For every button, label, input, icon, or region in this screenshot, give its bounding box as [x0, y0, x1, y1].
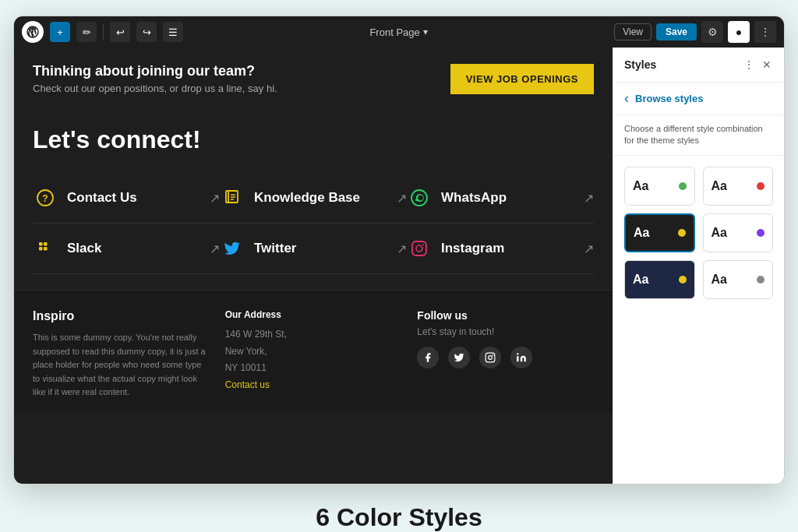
twitter-social-icon[interactable] [448, 347, 470, 368]
back-button[interactable]: ‹ [624, 90, 629, 107]
outer-wrapper: + ✏ ↩ ↪ ☰ Front Page ▾ View Save ⚙ ● ⋮ [13, 16, 785, 532]
svg-rect-10 [39, 247, 43, 251]
page-title-chevron: ▾ [423, 26, 428, 37]
page-bottom-label: 6 Color Styles [316, 503, 482, 532]
connect-item-twitter[interactable]: Twitter ↗ [220, 224, 407, 274]
style-aa-3: Aa [634, 226, 649, 240]
view-jobs-button[interactable]: VIEW JOB OPENINGS [450, 64, 594, 94]
panel-description: Choose a different style combination for… [613, 115, 784, 156]
svg-text:?: ? [42, 193, 48, 204]
style-card-4[interactable]: Aa [703, 213, 774, 252]
panel-header-icons: ⋮ ✕ [742, 57, 773, 72]
whatsapp-icon [407, 185, 432, 210]
instagram-label: Instagram [441, 241, 574, 256]
add-block-button[interactable]: + [50, 22, 70, 42]
editor-area: Thinking about joining our team? Check o… [14, 48, 613, 484]
footer-follow-label: Follow us [417, 309, 594, 322]
slack-arrow: ↗ [210, 241, 220, 256]
theme-toggle-button[interactable]: ● [728, 21, 750, 43]
page-title-label: Front Page [369, 26, 419, 38]
facebook-social-icon[interactable] [417, 347, 439, 368]
style-dot-2 [757, 182, 764, 190]
twitter-arrow: ↗ [397, 241, 407, 256]
footer-address: Our Address 146 W 29th St, New York, NY … [225, 309, 402, 400]
panel-header: Styles ⋮ ✕ [613, 48, 784, 83]
style-card-6[interactable]: Aa [703, 260, 774, 299]
view-button[interactable]: View [614, 23, 651, 41]
toolbar-divider [103, 24, 104, 40]
slack-label: Slack [67, 241, 200, 256]
footer-contact-link[interactable]: Contact us [225, 379, 270, 390]
contact-us-icon: ? [33, 185, 58, 210]
redo-button[interactable]: ↪ [136, 22, 157, 42]
instagram-social-icon[interactable] [479, 347, 501, 368]
style-dot-5 [679, 276, 687, 284]
style-card-5[interactable]: Aa [624, 260, 695, 299]
style-card-3[interactable]: Aa [624, 213, 695, 252]
connect-item-knowledge-base[interactable]: Knowledge Base ↗ [220, 173, 407, 224]
styles-panel: Styles ⋮ ✕ ‹ Browse styles Choose a diff… [613, 48, 784, 484]
style-dot-3 [678, 229, 686, 237]
connect-item-slack[interactable]: Slack ↗ [33, 224, 220, 274]
connect-item-contact-us[interactable]: ? Contact Us ↗ [33, 173, 220, 224]
panel-more-button[interactable]: ⋮ [742, 57, 756, 72]
svg-point-15 [422, 244, 424, 245]
join-team-subtext: Check out our open positions, or drop us… [33, 83, 277, 94]
svg-point-8 [411, 190, 427, 206]
settings-button[interactable]: ⚙ [701, 21, 723, 43]
connect-title: Let's connect! [33, 125, 594, 154]
footer-follow-subtext: Let's stay in touch! [417, 326, 594, 337]
main-area: Thinking about joining our team? Check o… [14, 48, 784, 484]
footer-address-lines: 146 W 29th St, New York, NY 10011 Contac… [225, 326, 402, 393]
social-icons [417, 347, 594, 368]
svg-rect-11 [44, 242, 48, 246]
style-card-1[interactable]: Aa [624, 167, 695, 206]
style-aa-2: Aa [711, 179, 727, 193]
knowledge-base-label: Knowledge Base [254, 190, 387, 206]
svg-point-17 [489, 356, 493, 360]
footer-brand: Inspiro This is some dummy copy. You're … [33, 309, 210, 400]
edit-tool-button[interactable]: ✏ [76, 22, 97, 42]
footer-brand-description: This is some dummy copy. You're not real… [33, 331, 210, 400]
instagram-arrow: ↗ [584, 241, 594, 256]
join-team-section: Thinking about joining our team? Check o… [14, 48, 613, 110]
wordpress-logo [22, 21, 44, 43]
connect-item-whatsapp[interactable]: WhatsApp ↗ [407, 173, 594, 224]
list-view-button[interactable]: ☰ [163, 22, 183, 42]
knowledge-base-icon [220, 185, 245, 210]
instagram-icon [407, 236, 432, 261]
more-options-button[interactable]: ⋮ [754, 21, 776, 43]
footer-section: Inspiro This is some dummy copy. You're … [14, 290, 613, 412]
linkedin-social-icon[interactable] [510, 347, 532, 368]
svg-rect-9 [39, 242, 43, 246]
style-card-2[interactable]: Aa [703, 167, 774, 206]
slack-icon [33, 236, 58, 261]
panel-title: Styles [624, 58, 656, 71]
whatsapp-arrow: ↗ [584, 191, 594, 206]
svg-point-19 [517, 353, 518, 354]
connect-item-instagram[interactable]: Instagram ↗ [407, 224, 594, 274]
svg-rect-13 [412, 241, 426, 255]
footer-brand-name: Inspiro [33, 309, 210, 323]
knowledge-base-arrow: ↗ [397, 191, 407, 206]
svg-rect-12 [44, 247, 48, 251]
svg-rect-16 [486, 353, 495, 362]
save-button[interactable]: Save [656, 23, 697, 41]
top-bar: + ✏ ↩ ↪ ☰ Front Page ▾ View Save ⚙ ● ⋮ [14, 16, 784, 48]
style-dot-1 [679, 182, 687, 190]
style-aa-1: Aa [633, 179, 648, 193]
svg-point-18 [493, 355, 493, 356]
contact-us-label: Contact Us [67, 190, 200, 206]
page-title-bar: Front Page ▾ [189, 26, 608, 38]
panel-close-button[interactable]: ✕ [761, 57, 773, 72]
connect-section: Let's connect! ? Contact Us ↗ [14, 125, 613, 290]
footer-address-label: Our Address [225, 309, 402, 320]
whatsapp-label: WhatsApp [441, 190, 574, 206]
connect-grid: ? Contact Us ↗ [33, 173, 594, 274]
twitter-label: Twitter [254, 241, 387, 256]
contact-us-arrow: ↗ [210, 191, 220, 206]
style-dot-4 [757, 229, 764, 237]
undo-button[interactable]: ↩ [110, 22, 130, 42]
browse-styles-label[interactable]: Browse styles [635, 93, 703, 104]
styles-grid: Aa Aa Aa Aa [613, 156, 784, 310]
